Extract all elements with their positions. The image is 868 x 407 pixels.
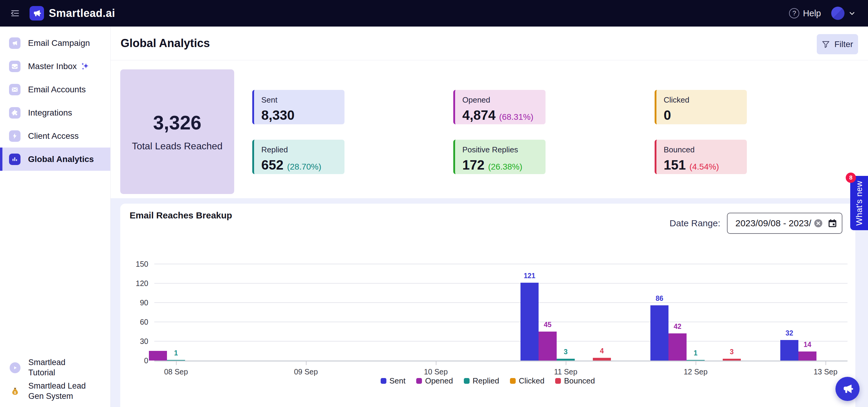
stat-label: Bounced <box>664 145 747 154</box>
help-button[interactable]: ? Help <box>789 8 821 19</box>
x-axis-line <box>154 360 847 361</box>
x-axis-tick-label: 08 Sep <box>155 368 197 376</box>
stat-card-sent: Sent8,330 <box>252 90 344 124</box>
sidebar-item-global-analytics[interactable]: Global Analytics <box>0 148 110 171</box>
sidebar-item-label: Email Campaign <box>28 38 90 48</box>
sidebar-item-label: Client Access <box>28 131 79 141</box>
filter-label: Filter <box>834 39 853 49</box>
stat-value: 172 <box>462 157 484 173</box>
sidebar-item-label: Email Accounts <box>28 85 86 94</box>
legend-swatch <box>555 378 561 384</box>
filter-icon <box>822 40 830 49</box>
sidebar-item-label: Master Inbox <box>28 62 77 71</box>
gridline <box>154 302 847 303</box>
bar-bounced-12-sep <box>723 359 741 360</box>
bar-value-label: 1 <box>161 349 191 357</box>
megaphone-icon <box>841 383 854 395</box>
bar-value-label: 32 <box>774 329 804 337</box>
sidebar-item-label: Global Analytics <box>28 154 94 164</box>
bar-bounced-11-sep <box>593 358 611 360</box>
bar-value-label: 42 <box>662 322 692 331</box>
stat-value: 8,330 <box>261 108 294 123</box>
sidebar-item-master-inbox[interactable]: Master Inbox <box>0 55 110 78</box>
bar-value-label: 3 <box>551 348 581 356</box>
bar-value-label: 1 <box>681 349 711 357</box>
lightning-icon <box>9 130 21 142</box>
stat-card-positive-replies: Positive Replies172(26.38%) <box>453 140 546 174</box>
sidebar: Email CampaignMaster InboxEmail Accounts… <box>0 27 111 407</box>
bar-value-label: 45 <box>532 321 563 329</box>
stat-percentage: (4.54%) <box>689 162 719 172</box>
total-leads-value: 3,326 <box>153 112 201 134</box>
bar-opened-11-sep <box>538 331 557 360</box>
whats-new-label: What's new <box>855 181 864 226</box>
legend-swatch <box>416 378 422 384</box>
legend-item-clicked[interactable]: Clicked <box>510 376 544 385</box>
legend-item-replied[interactable]: Replied <box>464 376 499 385</box>
stat-card-replied: Replied652(28.70%) <box>252 140 344 174</box>
bar-sent-12-sep <box>650 305 669 360</box>
stat-card-opened: Opened4,874(68.31%) <box>453 90 546 124</box>
megaphone-icon <box>9 37 21 49</box>
email-reaches-chart: 0306090120150108 Sep09 Sep10 Sep12145341… <box>120 204 855 407</box>
sidebar-item-smartlead-lead-gen-system[interactable]: $Smartlead Lead Gen System <box>0 381 111 402</box>
sidebar-item-smartlead-tutorial[interactable]: Smartlead Tutorial <box>0 357 111 378</box>
gridline <box>154 283 847 284</box>
filter-button[interactable]: Filter <box>817 34 858 54</box>
total-leads-label: Total Leads Reached <box>132 141 223 152</box>
stat-card-clicked: Clicked0 <box>655 90 747 124</box>
puzzle-icon <box>9 107 21 119</box>
chevron-down-icon[interactable] <box>848 9 856 17</box>
money-bag-icon: $ <box>10 386 21 397</box>
stat-percentage: (68.31%) <box>499 112 533 122</box>
lower-section: Email Reaches Breakup Date Range: 2023/0… <box>111 198 868 407</box>
sparkle-icon <box>81 62 90 71</box>
gridline <box>154 341 847 342</box>
help-label: Help <box>803 8 821 19</box>
legend-label: Clicked <box>519 376 544 385</box>
help-icon: ? <box>789 8 799 19</box>
stat-percentage: (28.70%) <box>287 162 321 172</box>
x-axis-tick <box>436 361 436 365</box>
bar-replied-11-sep <box>557 359 575 360</box>
whats-new-tab[interactable]: What's new <box>850 176 868 230</box>
sidebar-item-integrations[interactable]: Integrations <box>0 101 110 124</box>
x-axis-tick <box>566 361 566 365</box>
x-axis-tick <box>306 361 307 365</box>
y-axis-tick-label: 120 <box>127 279 148 288</box>
legend-item-opened[interactable]: Opened <box>416 376 453 385</box>
stat-card-bounced: Bounced151(4.54%) <box>655 140 747 174</box>
inbox-icon <box>9 61 21 72</box>
stat-label: Clicked <box>664 95 747 105</box>
x-axis-tick <box>695 361 696 365</box>
legend-label: Replied <box>472 376 499 385</box>
gridline <box>154 322 847 322</box>
brand: Smartlead.ai <box>30 6 115 21</box>
x-axis-tick-label: 10 Sep <box>415 368 457 376</box>
stat-value: 151 <box>664 157 686 173</box>
x-axis-tick <box>176 361 177 365</box>
legend-item-bounced[interactable]: Bounced <box>555 376 595 385</box>
whats-new-badge: 8 <box>846 173 856 183</box>
smartlead-logo-icon <box>30 6 44 21</box>
stat-value: 652 <box>261 157 283 173</box>
y-axis-tick-label: 60 <box>127 318 148 326</box>
stat-label: Replied <box>261 145 344 154</box>
avatar[interactable] <box>831 7 844 20</box>
play-icon <box>10 362 21 373</box>
total-leads-card: 3,326 Total Leads Reached <box>120 69 234 194</box>
legend-label: Sent <box>390 376 406 385</box>
bar-replied-12-sep <box>687 360 705 360</box>
x-axis-tick-label: 12 Sep <box>675 368 717 376</box>
x-axis-tick-label: 09 Sep <box>285 368 327 376</box>
main-header: Global Analytics Filter <box>111 27 868 60</box>
sidebar-item-label: Smartlead Lead Gen System <box>28 381 93 402</box>
sidebar-item-email-campaign[interactable]: Email Campaign <box>0 31 110 55</box>
smartlead-fab-button[interactable] <box>835 377 860 401</box>
sidebar-collapse-icon[interactable] <box>9 7 21 19</box>
legend-item-sent[interactable]: Sent <box>381 376 406 385</box>
topbar: Smartlead.ai ? Help <box>0 0 868 27</box>
y-axis-tick-label: 150 <box>127 260 148 268</box>
sidebar-item-email-accounts[interactable]: Email Accounts <box>0 78 110 101</box>
sidebar-item-client-access[interactable]: Client Access <box>0 124 110 148</box>
